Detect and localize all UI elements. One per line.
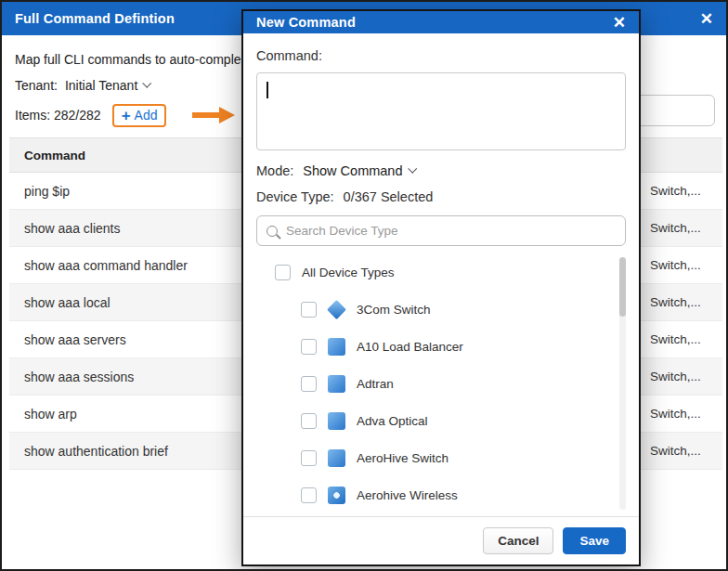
list-item: Adtran: [256, 365, 626, 402]
list-item: 3Com Switch: [256, 291, 626, 328]
mode-row: Mode: Show Command: [256, 163, 626, 178]
mode-value: Show Command: [303, 163, 402, 178]
command-cell: show aaa sessions: [24, 370, 134, 384]
device-type-selected-count: 0/367 Selected: [344, 189, 434, 204]
device-types-cell: Switch,...: [650, 321, 701, 357]
device-type-label: AeroHive Switch: [357, 451, 448, 465]
command-cell: show aaa clients: [24, 221, 121, 236]
command-cell: show aaa servers: [24, 332, 126, 347]
close-icon[interactable]: ✕: [613, 15, 626, 31]
dialog-description: Map full CLI commands to auto-comple: [15, 52, 241, 67]
device-types-cell: Switch,...: [650, 433, 701, 469]
vertical-scrollbar[interactable]: [619, 257, 626, 510]
tenant-select[interactable]: Initial Tenant: [65, 78, 150, 93]
new-command-modal: New Command ✕ Command: Mode: Show Comman…: [241, 9, 641, 566]
chevron-down-icon: [408, 164, 417, 174]
device-type-row: Device Type: 0/367 Selected: [256, 189, 626, 204]
plus-icon: +: [122, 108, 131, 123]
device-types-cell: Switch,...: [650, 247, 701, 283]
checkbox[interactable]: [301, 302, 317, 318]
mode-select[interactable]: Show Command: [303, 163, 414, 178]
device-type-label: Aerohive Wireless: [357, 488, 458, 502]
screenshot-root: Full Command Defintion ✕ Map full CLI co…: [0, 0, 728, 571]
aerohive-wireless-icon: [328, 487, 345, 504]
device-types-cell: Switch,...: [650, 210, 701, 246]
list-item: Adva Optical: [256, 402, 626, 439]
device-types-cell: Switch,...: [650, 173, 701, 209]
checkbox[interactable]: [301, 487, 317, 503]
checkbox[interactable]: [301, 413, 317, 429]
list-item: AeroHive Switch: [256, 439, 626, 476]
device-types-cell: Switch,...: [650, 358, 701, 395]
device-type-label: Adtran: [357, 377, 394, 391]
modal-footer: Cancel Save: [243, 516, 639, 565]
cancel-button[interactable]: Cancel: [483, 527, 553, 554]
checkbox[interactable]: [301, 450, 317, 466]
checkbox[interactable]: [301, 376, 317, 392]
modal-titlebar: New Command ✕: [243, 11, 639, 33]
command-label: Command:: [256, 48, 626, 63]
command-cell: show authentication brief: [24, 444, 168, 459]
device-type-label: Adva Optical: [357, 414, 428, 428]
list-item: Aerohive Wireless: [256, 476, 626, 513]
annotation-arrow-icon: [192, 107, 235, 123]
modal-body: Command: Mode: Show Command Device Type:…: [243, 33, 639, 516]
column-header-command[interactable]: Command: [24, 149, 85, 162]
command-cell: show aaa command handler: [24, 258, 188, 273]
device-search-input[interactable]: [286, 224, 616, 238]
device-search: [256, 215, 626, 246]
add-button-label: Add: [135, 108, 158, 123]
checkbox[interactable]: [301, 339, 317, 355]
close-icon[interactable]: ✕: [700, 11, 713, 27]
aerohive-switch-icon: [328, 449, 345, 467]
adtran-icon: [328, 375, 345, 393]
command-textarea[interactable]: [256, 72, 626, 150]
device-type-label: A10 Load Balancer: [357, 340, 463, 354]
list-item: A10 Load Balancer: [256, 328, 626, 365]
command-cell: show aaa local: [24, 295, 110, 310]
items-row: Items: 282/282 + Add: [15, 100, 235, 130]
checkbox[interactable]: [275, 265, 291, 280]
a10-load-balancer-icon: [328, 338, 345, 356]
device-types-cell: Switch,...: [650, 396, 701, 432]
device-type-label: 3Com Switch: [357, 303, 431, 317]
list-item: All Device Types: [256, 253, 626, 291]
3com-switch-icon: [327, 300, 346, 319]
add-button[interactable]: + Add: [112, 104, 167, 127]
tenant-row: Tenant: Initial Tenant: [15, 78, 150, 93]
text-caret: [266, 82, 268, 98]
modal-title: New Command: [256, 15, 356, 30]
device-type-label: All Device Types: [302, 266, 395, 279]
device-type-label: Device Type:: [256, 189, 334, 204]
scrollbar-thumb[interactable]: [619, 257, 626, 317]
mode-label: Mode:: [256, 163, 293, 178]
command-cell: show arp: [24, 407, 77, 422]
tenant-value: Initial Tenant: [65, 78, 137, 93]
save-button[interactable]: Save: [563, 527, 626, 554]
search-icon: [266, 226, 278, 237]
dialog-title: Full Command Defintion: [15, 11, 175, 26]
command-cell: ping $ip: [24, 184, 70, 199]
items-count: Items: 282/282: [15, 108, 101, 123]
adva-optical-icon: [328, 412, 345, 430]
device-types-cell: Switch,...: [650, 284, 701, 320]
tenant-label: Tenant:: [15, 78, 58, 93]
chevron-down-icon: [143, 79, 152, 88]
device-type-list: All Device Types 3Com Switch A10 Load Ba…: [256, 253, 626, 516]
